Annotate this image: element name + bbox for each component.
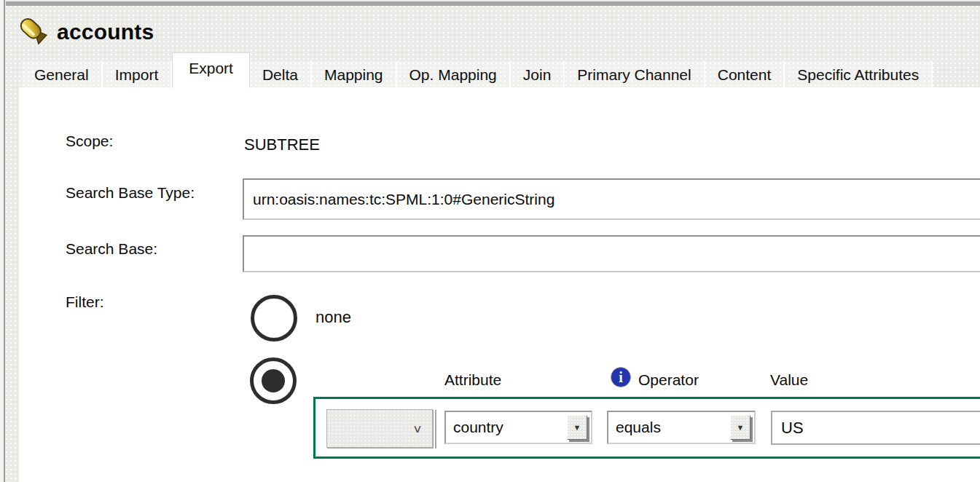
scope-label: Scope: <box>66 133 113 150</box>
window-top-border <box>6 1 980 6</box>
attribute-dropdown-value: country <box>453 419 567 436</box>
filter-none-radio[interactable] <box>251 295 297 341</box>
window-left-border <box>4 0 5 482</box>
tab-delta[interactable]: Delta <box>250 61 312 88</box>
dropdown-arrow-icon[interactable]: ▼ <box>730 415 750 440</box>
filter-value-field[interactable]: US <box>771 411 980 445</box>
radio-dot <box>262 307 286 330</box>
tab-op-mapping[interactable]: Op. Mapping <box>397 61 511 88</box>
operator-dropdown-value: equals <box>616 419 730 436</box>
info-icon[interactable]: i <box>611 367 631 387</box>
tab-bar: General Import Export Delta Mapping Op. … <box>22 53 933 88</box>
search-base-label: Search Base: <box>66 240 157 258</box>
search-base-type-input[interactable] <box>243 178 980 220</box>
page-title: accounts <box>57 20 154 44</box>
filter-condition-radio[interactable] <box>250 357 297 404</box>
search-base-input[interactable] <box>243 235 980 272</box>
attribute-column-header: Attribute <box>444 371 501 389</box>
radio-dot <box>262 369 285 392</box>
tab-import[interactable]: Import <box>103 61 173 88</box>
tab-primary-channel[interactable]: Primary Channel <box>565 61 705 88</box>
filter-value-text: US <box>781 419 804 438</box>
attribute-dropdown[interactable]: country ▼ <box>444 411 592 444</box>
operator-dropdown[interactable]: equals ▼ <box>607 411 756 444</box>
tab-general[interactable]: General <box>22 61 103 88</box>
filter-none-label: none <box>315 308 351 327</box>
pencil-icon <box>17 15 50 50</box>
dropdown-arrow-icon[interactable]: ▼ <box>567 415 587 440</box>
dropdown-separator <box>435 410 436 449</box>
scope-value: SUBTREE <box>244 135 320 154</box>
page-header: accounts <box>17 15 154 50</box>
operator-column-header: Operator <box>638 371 699 389</box>
logic-connector-dropdown[interactable]: ∨ <box>326 409 433 448</box>
search-base-type-label: Search Base Type: <box>66 184 195 202</box>
tab-export[interactable]: Export <box>172 52 250 88</box>
filter-label: Filter: <box>66 293 104 311</box>
tab-content[interactable]: Content <box>705 61 785 88</box>
tab-join[interactable]: Join <box>511 61 565 88</box>
tab-mapping[interactable]: Mapping <box>312 61 397 88</box>
tab-specific-attributes[interactable]: Specific Attributes <box>785 61 933 88</box>
chevron-down-icon: ∨ <box>412 422 423 435</box>
value-column-header: Value <box>770 371 808 389</box>
